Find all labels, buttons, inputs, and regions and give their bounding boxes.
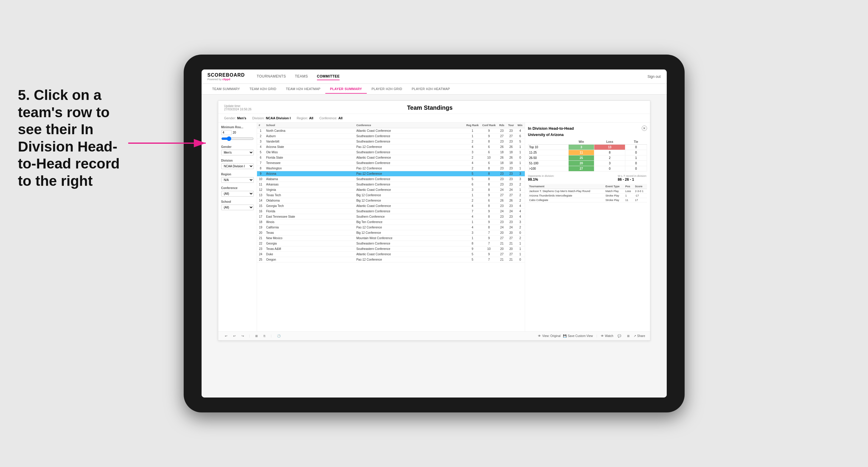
nav-teams[interactable]: TEAMS bbox=[295, 73, 308, 80]
logo-text: SCOREBOARD bbox=[208, 72, 245, 78]
filter-division-value: NCAA Division I bbox=[266, 116, 291, 120]
table-row[interactable]: 10 Alabama Southeastern Conference 5 8 2… bbox=[257, 177, 525, 182]
school-filter-label: School bbox=[221, 200, 254, 204]
cell-school: California bbox=[265, 225, 354, 230]
grid-button[interactable]: ⊞ bbox=[253, 333, 259, 339]
table-row[interactable]: 16 Florida Southeastern Conference 7 9 2… bbox=[257, 209, 525, 214]
subnav-player-h2h-heatmap[interactable]: PLAYER H2H HEATMAP bbox=[407, 85, 455, 94]
cell-reg-rank: 6 bbox=[465, 182, 480, 187]
nav-committee[interactable]: COMMITTEE bbox=[317, 73, 340, 80]
cell-rds: 18 bbox=[497, 160, 506, 166]
cell-conference: Pac-12 Conference bbox=[354, 225, 465, 230]
cell-rank: 4 bbox=[257, 144, 265, 150]
h2h-win-cell: 11 bbox=[569, 150, 594, 155]
undo-button[interactable]: ↩ bbox=[223, 333, 229, 339]
copy-button[interactable]: ⎘ bbox=[262, 333, 267, 339]
table-row[interactable]: 23 Texas A&M Southeastern Conference 9 1… bbox=[257, 246, 525, 252]
filter-region: Region: All bbox=[297, 116, 313, 120]
subnav-team-h2h-grid[interactable]: TEAM H2H GRID bbox=[245, 85, 281, 94]
subnav-player-summary[interactable]: PLAYER SUMMARY bbox=[325, 85, 367, 94]
h2h-close-button[interactable]: ✕ bbox=[642, 126, 647, 131]
gender-filter-label: Gender bbox=[221, 145, 254, 149]
table-row[interactable]: 6 Florida State Atlantic Coast Conferenc… bbox=[257, 155, 525, 160]
min-rounds-group: Minimum Rou... 20 bbox=[221, 126, 254, 142]
nav-tournaments[interactable]: TOURNAMENTS bbox=[257, 73, 286, 80]
tour-pos: 1 bbox=[624, 193, 634, 198]
h2h-loss-cell: 3 bbox=[594, 161, 625, 166]
school-select[interactable]: (All) bbox=[221, 205, 254, 210]
cell-rank: 23 bbox=[257, 246, 265, 252]
toolbar-right: 👁 View: Original 💾 Save Custom View | 👁 … bbox=[538, 333, 645, 339]
cell-reg-rank: 4 bbox=[465, 144, 480, 150]
clock-button[interactable]: 🕐 bbox=[275, 333, 282, 339]
save-custom-button[interactable]: 💾 Save Custom View bbox=[563, 334, 593, 338]
undo2-button[interactable]: ↩ bbox=[231, 333, 237, 339]
table-row[interactable]: 8 Washington Pac-12 Conference 2 8 23 23… bbox=[257, 166, 525, 171]
table-row[interactable]: 3 Vanderbilt Southeastern Conference 2 8… bbox=[257, 139, 525, 144]
table-row[interactable]: 7 Tennessee Southeastern Conference 4 6 … bbox=[257, 160, 525, 166]
table-row[interactable]: 21 New Mexico Mountain West Conference 1… bbox=[257, 236, 525, 241]
table-row[interactable]: 22 Georgia Southeastern Conference 8 7 2… bbox=[257, 241, 525, 246]
table-row[interactable]: 13 Texas Tech Big 12 Conference 1 9 27 2… bbox=[257, 193, 525, 198]
table-row[interactable]: 11 Arkansas Southeastern Conference 6 8 … bbox=[257, 182, 525, 187]
h2h-header: In Division Head-to-Head ✕ bbox=[528, 126, 647, 131]
share-button[interactable]: ↗ Share bbox=[633, 334, 645, 338]
h2h-tie-cell: 0 bbox=[625, 166, 647, 172]
cell-win: 4 bbox=[516, 209, 525, 214]
table-row[interactable]: 4 Arizona State Pac-12 Conference 4 6 26… bbox=[257, 144, 525, 150]
table-row[interactable]: 14 Oklahoma Big 12 Conference 2 6 26 26 … bbox=[257, 198, 525, 204]
subnav-player-h2h-grid[interactable]: PLAYER H2H GRID bbox=[367, 85, 407, 94]
cell-conference: Atlantic Coast Conference bbox=[354, 187, 465, 193]
sign-out-link[interactable]: Sign out bbox=[647, 74, 660, 79]
cell-reg-rank: 2 bbox=[465, 166, 480, 171]
school-filter-group: School (All) bbox=[221, 200, 254, 210]
table-row[interactable]: 24 Duke Atlantic Coast Conference 5 9 27… bbox=[257, 252, 525, 257]
cell-rds: 24 bbox=[497, 209, 506, 214]
comment-button[interactable]: 💬 bbox=[616, 333, 623, 339]
instruction-block: 5. Click on a team's row to see their In… bbox=[18, 87, 125, 190]
tournament-row: Arizona Thunderbirds Intercollegiate Str… bbox=[528, 193, 647, 198]
cell-conference: Southeastern Conference bbox=[354, 177, 465, 182]
conference-filter-group: Conference (All) bbox=[221, 186, 254, 196]
subnav-team-summary[interactable]: TEAM SUMMARY bbox=[208, 85, 245, 94]
table-row[interactable]: 12 Virginia Atlantic Coast Conference 3 … bbox=[257, 187, 525, 193]
cell-school: Florida bbox=[265, 209, 354, 214]
min-rounds-input[interactable] bbox=[221, 130, 232, 135]
cell-school: Texas bbox=[265, 230, 354, 236]
cell-reg-rank: 4 bbox=[465, 225, 480, 230]
cell-conf-rank: 8 bbox=[480, 187, 497, 193]
cell-rank: 6 bbox=[257, 155, 265, 160]
opponents-label: Opponents in division: bbox=[528, 175, 555, 178]
table-row[interactable]: 15 Georgia Tech Atlantic Coast Conferenc… bbox=[257, 204, 525, 209]
min-rounds-slider[interactable] bbox=[221, 136, 254, 141]
redo-button[interactable]: ↪ bbox=[240, 333, 246, 339]
table-row[interactable]: 1 North Carolina Atlantic Coast Conferen… bbox=[257, 128, 525, 134]
gender-select[interactable]: Men's Women's bbox=[221, 150, 254, 155]
cell-school: Florida State bbox=[265, 155, 354, 160]
filter-region-label: Region: bbox=[297, 116, 308, 120]
cell-win: 1 bbox=[516, 166, 525, 171]
tour-score: 17 bbox=[634, 198, 647, 203]
min-rounds-max: 20 bbox=[233, 131, 236, 134]
cell-tour: 23 bbox=[506, 171, 516, 177]
table-row[interactable]: 9 Arizona Pac-12 Conference 5 8 23 23 3 bbox=[257, 171, 525, 177]
table-row[interactable]: 2 Auburn Southeastern Conference 1 9 27 … bbox=[257, 134, 525, 139]
view-original-button[interactable]: 👁 View: Original bbox=[538, 334, 561, 338]
cell-reg-rank: 2 bbox=[465, 198, 480, 204]
table-row[interactable]: 19 California Pac-12 Conference 4 8 24 2… bbox=[257, 225, 525, 230]
table-row[interactable]: 17 East Tennessee State Southern Confere… bbox=[257, 214, 525, 219]
watch-button[interactable]: 👁 Watch bbox=[601, 334, 613, 338]
division-select[interactable]: NCAA Division I NCAA Division II NCAA Di… bbox=[221, 163, 254, 169]
cell-rds: 23 bbox=[497, 166, 506, 171]
region-select[interactable]: N/A East West bbox=[221, 177, 254, 183]
conference-select[interactable]: (All) bbox=[221, 191, 254, 196]
table-row[interactable]: 5 Ole Miss Southeastern Conference 3 6 1… bbox=[257, 150, 525, 155]
table-row[interactable]: 18 Illinois Big Ten Conference 1 9 23 23… bbox=[257, 219, 525, 225]
grid2-button[interactable]: ⊞ bbox=[625, 333, 631, 339]
table-row[interactable]: 25 Oregon Pac-12 Conference 5 7 21 21 0 bbox=[257, 257, 525, 262]
cell-conf-rank: 6 bbox=[480, 150, 497, 155]
subnav-team-h2h-heatmap[interactable]: TEAM H2H HEATMAP bbox=[281, 85, 325, 94]
cell-school: Tennessee bbox=[265, 160, 354, 166]
table-row[interactable]: 20 Texas Big 12 Conference 3 7 20 20 0 bbox=[257, 230, 525, 236]
h2h-col-tie: Tie bbox=[625, 139, 647, 145]
